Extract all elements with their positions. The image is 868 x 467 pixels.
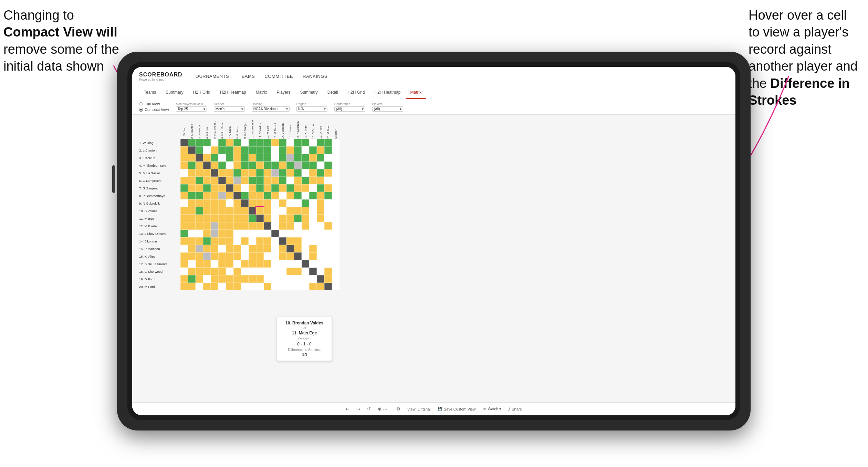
cell-13-13[interactable] (271, 230, 279, 237)
cell-7-12[interactable] (264, 184, 271, 192)
nav-rankings[interactable]: RANKINGS (303, 72, 327, 80)
cell-20-2[interactable] (188, 283, 196, 290)
cell-17-8[interactable] (233, 260, 241, 268)
cell-4-21[interactable] (332, 162, 339, 169)
cell-3-18[interactable] (309, 154, 317, 162)
toolbar-save-custom[interactable]: 💾 Save Custom View (438, 407, 476, 411)
cell-19-13[interactable] (271, 275, 279, 283)
cell-18-20[interactable] (324, 268, 332, 275)
cell-20-8[interactable] (233, 283, 241, 290)
cell-5-1[interactable] (180, 169, 188, 177)
cell-13-20[interactable] (324, 230, 332, 237)
cell-16-6[interactable] (218, 252, 226, 260)
cell-17-10[interactable] (249, 260, 256, 268)
cell-18-18[interactable] (309, 268, 317, 275)
compact-view-option[interactable]: Compact View (139, 107, 169, 112)
cell-4-13[interactable] (271, 162, 279, 169)
cell-19-6[interactable] (218, 275, 226, 283)
cell-1-13[interactable] (271, 139, 279, 146)
cell-1-9[interactable] (241, 139, 249, 146)
cell-11-15[interactable] (286, 215, 294, 222)
cell-2-18[interactable] (309, 146, 317, 154)
cell-13-17[interactable] (302, 230, 309, 237)
cell-8-15[interactable] (286, 192, 294, 199)
cell-14-20[interactable] (324, 237, 332, 245)
cell-12-14[interactable] (279, 222, 286, 230)
cell-3-2[interactable] (188, 154, 196, 162)
cell-7-17[interactable] (302, 184, 309, 192)
toolbar-undo[interactable]: ↩ (346, 406, 349, 412)
cell-5-17[interactable] (302, 169, 309, 177)
cell-10-7[interactable] (226, 207, 233, 215)
cell-1-6[interactable] (218, 139, 226, 146)
cell-19-14[interactable] (279, 275, 286, 283)
full-view-radio[interactable] (139, 102, 143, 106)
cell-6-20[interactable] (324, 177, 332, 184)
cell-2-9[interactable] (241, 146, 249, 154)
cell-3-1[interactable] (180, 154, 188, 162)
tab-detail[interactable]: Detail (323, 86, 343, 99)
cell-5-6[interactable] (218, 169, 226, 177)
cell-3-12[interactable] (264, 154, 271, 162)
cell-5-10[interactable] (249, 169, 256, 177)
cell-1-4[interactable] (203, 139, 211, 146)
cell-20-20[interactable] (324, 283, 332, 290)
cell-12-13[interactable] (271, 222, 279, 230)
cell-19-2[interactable] (188, 275, 196, 283)
cell-15-17[interactable] (302, 245, 309, 252)
players-select[interactable]: (All) ▾ (372, 106, 403, 112)
cell-4-9[interactable] (241, 162, 249, 169)
cell-19-7[interactable] (226, 275, 233, 283)
cell-20-4[interactable] (203, 283, 211, 290)
cell-9-11[interactable] (256, 199, 264, 207)
cell-12-7[interactable] (226, 222, 233, 230)
cell-5-3[interactable] (196, 169, 203, 177)
cell-5-14[interactable] (279, 169, 286, 177)
cell-17-5[interactable] (211, 260, 218, 268)
cell-4-19[interactable] (317, 162, 324, 169)
cell-11-7[interactable] (226, 215, 233, 222)
cell-15-7[interactable] (226, 245, 233, 252)
region-select[interactable]: N/A ▾ (296, 106, 327, 112)
cell-16-19[interactable] (317, 252, 324, 260)
cell-20-17[interactable] (302, 283, 309, 290)
full-view-option[interactable]: Full View (139, 102, 169, 106)
cell-1-12[interactable] (264, 139, 271, 146)
cell-17-12[interactable] (264, 260, 271, 268)
cell-12-2[interactable] (188, 222, 196, 230)
cell-14-17[interactable] (302, 237, 309, 245)
cell-18-16[interactable] (294, 268, 302, 275)
cell-13-6[interactable] (218, 230, 226, 237)
cell-9-6[interactable] (218, 199, 226, 207)
cell-16-15[interactable] (286, 252, 294, 260)
cell-2-20[interactable] (324, 146, 332, 154)
cell-15-19[interactable] (317, 245, 324, 252)
cell-16-14[interactable] (279, 252, 286, 260)
cell-8-12[interactable] (264, 192, 271, 199)
cell-18-6[interactable] (218, 268, 226, 275)
cell-1-8[interactable] (233, 139, 241, 146)
cell-7-18[interactable] (309, 184, 317, 192)
cell-4-10[interactable] (249, 162, 256, 169)
cell-6-21[interactable] (332, 177, 339, 184)
cell-7-16[interactable] (294, 184, 302, 192)
cell-10-11[interactable] (256, 207, 264, 215)
tab-teams[interactable]: Teams (139, 86, 161, 99)
cell-10-14[interactable] (279, 207, 286, 215)
cell-16-3[interactable] (196, 252, 203, 260)
cell-7-1[interactable] (180, 184, 188, 192)
cell-10-12[interactable] (264, 207, 271, 215)
cell-20-14[interactable] (279, 283, 286, 290)
cell-19-15[interactable] (286, 275, 294, 283)
cell-12-18[interactable] (309, 222, 317, 230)
cell-14-18[interactable] (309, 237, 317, 245)
cell-9-8[interactable] (233, 199, 241, 207)
cell-1-3[interactable] (196, 139, 203, 146)
cell-4-5[interactable] (211, 162, 218, 169)
cell-6-2[interactable] (188, 177, 196, 184)
cell-5-2[interactable] (188, 169, 196, 177)
cell-16-1[interactable] (180, 252, 188, 260)
cell-11-13[interactable] (271, 215, 279, 222)
cell-15-13[interactable] (271, 245, 279, 252)
cell-9-9[interactable] (241, 199, 249, 207)
